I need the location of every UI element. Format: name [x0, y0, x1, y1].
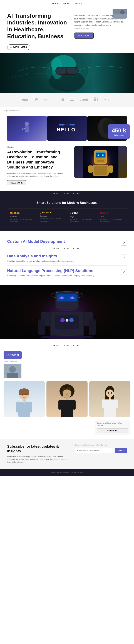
- partner-evga-name: Evga: [70, 216, 94, 218]
- svg-point-53: [98, 168, 100, 170]
- svg-rect-114: [102, 400, 105, 408]
- vr-banner-svg: [0, 53, 134, 93]
- woman-curly-silhouette: [56, 383, 78, 417]
- view-more-button[interactable]: VIEW MORE: [97, 428, 128, 433]
- svg-rect-100: [66, 398, 68, 400]
- svg-rect-21: [63, 100, 64, 101]
- svg-point-31: [94, 100, 95, 102]
- nav-about[interactable]: About: [63, 2, 69, 5]
- svg-point-25: [94, 98, 95, 98]
- email-row: Submit: [75, 448, 127, 453]
- svg-point-84: [22, 394, 23, 396]
- svg-rect-113: [104, 400, 116, 417]
- svg-rect-69: [55, 315, 79, 329]
- discover-button[interactable]: DISCOVER: [74, 32, 94, 38]
- svg-point-28: [94, 99, 95, 100]
- team-nav-contact[interactable]: Contact: [73, 344, 81, 347]
- about-nav-home[interactable]: Home: [53, 192, 59, 195]
- email-input[interactable]: [75, 448, 114, 453]
- svg-point-48: [98, 154, 99, 156]
- partner-tesla-name: Tesla: [99, 216, 124, 218]
- logo-lines: [70, 98, 74, 102]
- logos-row: ogie HD ——— qmed ∩∩∩: [0, 93, 134, 107]
- submit-button[interactable]: Submit: [115, 448, 127, 453]
- partner-binance-desc: Sample text. Click to select the Text El…: [40, 218, 65, 222]
- team-header: Our team Image from Pexels: [4, 351, 130, 378]
- subscribe-title: Subscribe for latest updates & insights: [7, 444, 69, 453]
- services-mid-nav: Home About Contact: [7, 246, 127, 251]
- partner-amazon: amazon Amazon Sample text. Click to sele…: [7, 208, 37, 226]
- stats-number: 450 k: [112, 127, 126, 134]
- subscribe-left: Subscribe for latest updates & insights …: [7, 444, 69, 464]
- svg-rect-88: [16, 402, 20, 412]
- watch-video-button[interactable]: WATCH VIDEO: [7, 44, 30, 50]
- svg-rect-80: [7, 373, 18, 378]
- service-nlp-text: Natural Language Processing (NLP) Soluti…: [7, 268, 95, 277]
- vr-banner: [0, 53, 134, 93]
- svg-point-33: [97, 100, 98, 102]
- svg-point-70: [60, 318, 65, 322]
- svg-point-34: [25, 122, 29, 126]
- team-img-from: Image from Pexels: [4, 360, 22, 362]
- svg-point-71: [66, 319, 68, 322]
- svg-rect-13: [61, 98, 61, 98]
- read-more-button[interactable]: READ MORE: [7, 180, 26, 185]
- service-ai-title: Custom AI Model Development: [7, 239, 68, 244]
- svg-rect-24: [70, 100, 74, 101]
- partner-amazon-desc: Sample text. Click to select the Text El…: [10, 218, 35, 223]
- services-nav-contact[interactable]: Contact: [73, 247, 81, 250]
- svg-point-37: [22, 128, 23, 130]
- tesla-logo: TESLA: [99, 211, 124, 214]
- svg-rect-23: [70, 99, 74, 100]
- service-data-arrow[interactable]: [121, 254, 127, 260]
- svg-point-54: [101, 168, 102, 170]
- about-description: At vero eos et accusam et justo duo dolo…: [7, 172, 70, 178]
- services-nav-home[interactable]: Home: [53, 247, 59, 250]
- svg-point-110: [111, 392, 112, 394]
- nav-home[interactable]: Home: [52, 2, 58, 5]
- svg-rect-101: [61, 400, 73, 417]
- logo-dots: [60, 97, 65, 102]
- svg-point-104: [63, 395, 66, 397]
- nav-contact[interactable]: Contact: [74, 2, 82, 5]
- team-side-panel: Sample text. Click to select the Text El…: [95, 420, 130, 435]
- stats-box: 450 k Active users: [108, 124, 130, 139]
- service-ai-arrow[interactable]: [121, 240, 127, 246]
- svg-rect-52: [94, 166, 107, 175]
- evga-logo: EVGA: [70, 211, 94, 214]
- team-woman-curly-image: [46, 381, 88, 417]
- hero-img-from: Image from Unsplash: [74, 27, 127, 30]
- person-touch-icon: [22, 120, 32, 137]
- svg-rect-45: [96, 153, 105, 158]
- logo-nnn: ∩∩∩: [104, 98, 112, 102]
- team-members: [4, 381, 130, 417]
- team-nav-about[interactable]: About: [63, 344, 69, 347]
- partner-amazon-name: Amazon: [10, 216, 35, 218]
- svg-rect-12: [67, 68, 78, 74]
- services-nav-about[interactable]: About: [63, 247, 69, 250]
- subscribe-description: At vero eos et accusam et justo duo dolo…: [7, 455, 69, 464]
- logo-ogie: ogie: [22, 98, 29, 102]
- grid-img-left: [7, 116, 47, 141]
- service-nlp-arrow[interactable]: [121, 269, 127, 275]
- about-nav-contact[interactable]: Contact: [73, 192, 81, 195]
- svg-rect-16: [61, 99, 61, 100]
- partner-tesla-desc: Sample text. Click to select the Text El…: [99, 218, 124, 223]
- team-nav-home[interactable]: Home: [53, 344, 59, 347]
- hero-right: Lorem ipsum dolor sit amet, consectetur …: [74, 12, 127, 38]
- hello-text: HELLO: [57, 127, 77, 132]
- subscribe-sample: Sample text. Click to select the Text El…: [75, 444, 127, 446]
- svg-rect-76: [89, 319, 96, 336]
- svg-rect-11: [56, 68, 66, 74]
- woman-straight-silhouette: [99, 383, 121, 417]
- team-woman-straight-image: [89, 381, 130, 417]
- svg-point-26: [95, 98, 96, 98]
- svg-rect-20: [62, 100, 63, 101]
- about-nav-about[interactable]: About: [63, 192, 69, 195]
- team-nav: Home About Contact: [4, 342, 130, 349]
- svg-rect-86: [23, 399, 26, 402]
- team-card-woman-curly: [46, 381, 88, 417]
- about-left: About us AI Revolution: Transforming Hea…: [7, 146, 70, 185]
- team-card-woman-straight: [89, 381, 130, 417]
- team-header-image: [4, 364, 22, 378]
